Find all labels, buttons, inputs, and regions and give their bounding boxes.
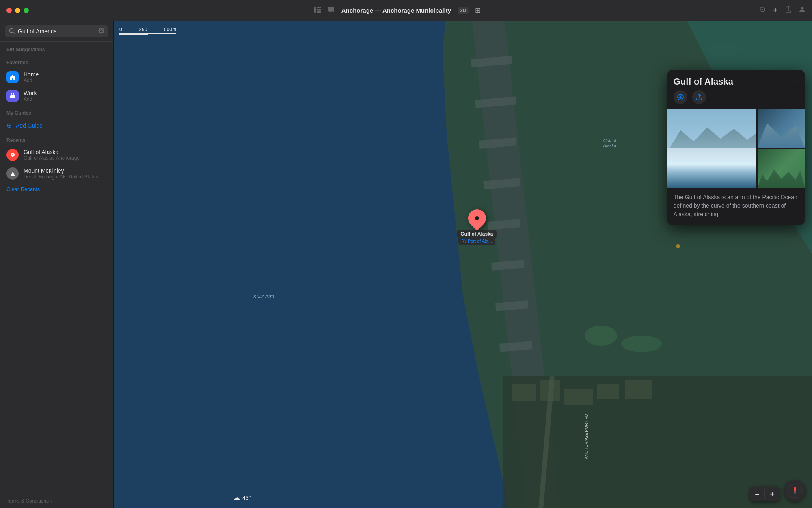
minimize-dot[interactable]: [15, 8, 20, 13]
recent-mckinley[interactable]: Mount McKinley Denali Borough, AK, Unite…: [0, 164, 113, 183]
titlebar-center: Anchorage — Anchorage Municipality 3D ⊞: [35, 6, 759, 15]
add-icon[interactable]: +: [773, 6, 778, 15]
recent-gulf-alaska[interactable]: Gulf of Alaska Gulf of Alaska, Anchorage: [0, 145, 113, 164]
titlebar-actions: +: [759, 6, 806, 15]
info-description: The Gulf of Alaska is an arm of the Paci…: [667, 193, 805, 225]
home-sub: Add: [24, 78, 39, 83]
weather-cloud-icon: ☁: [233, 494, 240, 501]
panel-add-button[interactable]: [674, 90, 687, 104]
guides-section-label: My Guides: [0, 105, 113, 118]
close-dot[interactable]: [6, 8, 12, 13]
siri-section-label: Siri Suggestions: [0, 42, 113, 55]
gulf-alaska-recent-icon: [6, 149, 19, 161]
photo-side-1[interactable]: [758, 109, 805, 148]
add-guide-label: Add Guide: [16, 122, 43, 129]
zoom-controls: − +: [750, 487, 780, 501]
mckinley-sub: Denali Borough, AK, United States: [24, 174, 98, 180]
add-guide-plus-icon: ⊕: [6, 122, 12, 129]
search-bar[interactable]: Gulf of America: [5, 25, 108, 37]
svg-point-5: [762, 9, 763, 10]
search-container: Gulf of America: [0, 21, 113, 42]
work-sub: Add: [24, 96, 37, 102]
map-pin-inner: [475, 216, 479, 220]
add-guide-item[interactable]: ⊕ Add Guide: [0, 118, 113, 132]
info-panel-more-button[interactable]: ···: [789, 77, 799, 86]
home-text: Home Add: [24, 71, 39, 83]
gulf-alaska-text: Gulf of Alaska Gulf of Alaska, Anchorage: [24, 149, 80, 161]
temperature: 43°: [242, 495, 251, 501]
zoom-out-button[interactable]: −: [750, 487, 764, 501]
zoom-in-button[interactable]: +: [765, 487, 780, 501]
svg-rect-36: [597, 384, 619, 399]
map-area[interactable]: 0 250 500 ft Gulf ofAlaska Kulik Arm ANC…: [114, 21, 812, 508]
map-book-icon[interactable]: [328, 6, 335, 15]
work-icon: [6, 90, 19, 102]
info-panel-title: Gulf of Alaska: [674, 76, 733, 87]
svg-rect-33: [512, 384, 536, 401]
clear-recents-button[interactable]: Clear Recents: [0, 183, 113, 195]
sidebar-footer: Terms & Conditions ›: [0, 494, 113, 508]
svg-rect-35: [564, 389, 593, 405]
panel-share-button[interactable]: [692, 90, 706, 104]
svg-rect-2: [317, 9, 321, 10]
pin-sublabel-text: Port of Ala...: [468, 239, 492, 243]
pin-sublabel: Port of Ala...: [458, 238, 495, 245]
scale-250: 250: [139, 27, 147, 33]
home-icon: [6, 71, 19, 83]
svg-rect-0: [314, 7, 316, 13]
photo-glacier: [667, 148, 756, 188]
main-layout: Gulf of America Siri Suggestions Favorit…: [0, 21, 812, 508]
sidebar-content: Siri Suggestions Favorites Home Add: [0, 42, 113, 494]
photos-side: [758, 109, 805, 188]
gulf-alaska-sub: Gulf of Alaska, Anchorage: [24, 155, 80, 161]
maximize-dot[interactable]: [24, 8, 29, 13]
location-icon[interactable]: [759, 6, 766, 15]
titlebar: Anchorage — Anchorage Municipality 3D ⊞ …: [0, 0, 812, 21]
photo-side-2[interactable]: [758, 149, 805, 188]
scale-500: 500 ft: [164, 27, 176, 33]
recents-section-label: Recents: [0, 132, 113, 145]
profile-icon[interactable]: [799, 6, 806, 15]
scale-line: [119, 33, 176, 35]
compass[interactable]: N: [784, 480, 806, 501]
home-label: Home: [24, 71, 39, 78]
svg-line-12: [13, 32, 15, 33]
map-pin-container: Gulf of Alaska Port of Ala...: [457, 209, 496, 245]
sidebar: Gulf of America Siri Suggestions Favorit…: [0, 21, 114, 508]
layers-icon[interactable]: ⊞: [475, 6, 481, 15]
svg-rect-16: [10, 95, 15, 98]
work-text: Work Add: [24, 90, 37, 102]
sidebar-toggle-icon[interactable]: [314, 7, 321, 15]
terms-link[interactable]: Terms & Conditions: [6, 498, 49, 504]
share-icon[interactable]: [785, 6, 792, 15]
svg-point-10: [801, 7, 804, 10]
info-panel-actions: [667, 90, 805, 109]
favorite-work[interactable]: Work Add: [0, 87, 113, 105]
threed-button[interactable]: 3D: [458, 7, 469, 14]
info-photos: [667, 109, 805, 188]
mckinley-name: Mount McKinley: [24, 167, 98, 174]
window-controls: [6, 8, 29, 13]
photo-main[interactable]: [667, 109, 756, 188]
favorites-section-label: Favorites: [0, 55, 113, 68]
mckinley-recent-icon: [6, 167, 19, 180]
work-label: Work: [24, 90, 37, 96]
search-clear-icon[interactable]: [98, 28, 104, 35]
search-text: Gulf of America: [18, 28, 95, 35]
svg-point-42: [676, 244, 680, 248]
info-panel: Gulf of Alaska ···: [667, 70, 805, 225]
favorite-home[interactable]: Home Add: [0, 68, 113, 87]
info-panel-header: Gulf of Alaska ···: [667, 70, 805, 90]
window-title: Anchorage — Anchorage Municipality: [341, 7, 451, 14]
map-pin[interactable]: [464, 206, 489, 231]
search-icon: [9, 28, 15, 35]
svg-point-30: [706, 43, 739, 59]
svg-rect-1: [317, 7, 321, 8]
side-photo-mountain: [758, 121, 805, 148]
svg-point-44: [621, 336, 662, 352]
svg-point-49: [463, 240, 464, 242]
svg-rect-37: [625, 380, 652, 399]
gulf-alaska-name: Gulf of Alaska: [24, 149, 80, 155]
scale-0: 0: [119, 27, 122, 33]
mckinley-text: Mount McKinley Denali Borough, AK, Unite…: [24, 167, 98, 180]
